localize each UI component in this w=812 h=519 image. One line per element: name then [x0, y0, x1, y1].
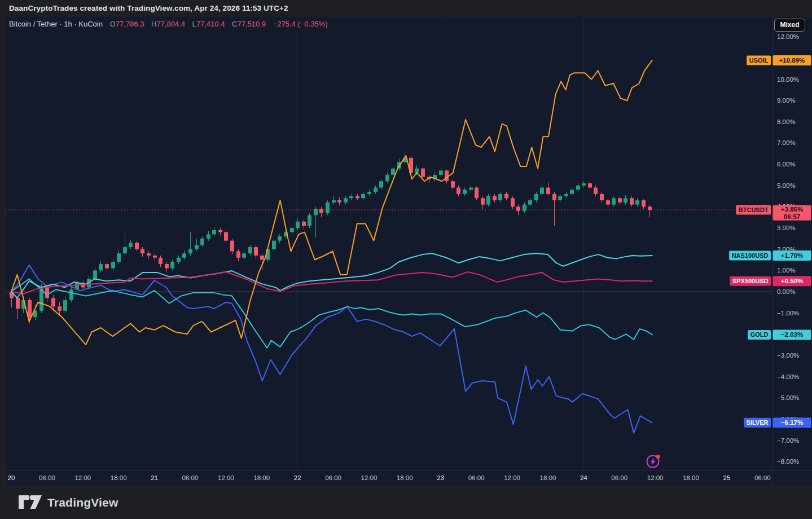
svg-text:+10.89%: +10.89% [779, 57, 805, 64]
svg-text:12:00: 12:00 [504, 474, 520, 481]
svg-text:−7.00%: −7.00% [777, 437, 799, 444]
scale-mode-mixed-button[interactable]: Mixed [774, 19, 805, 32]
svg-text:06:00: 06:00 [611, 474, 627, 481]
svg-text:21: 21 [151, 474, 158, 481]
svg-text:−2.03%: −2.03% [781, 331, 803, 338]
ticker-chip-label-btcusdt: BTCUSDT [739, 206, 769, 213]
lightning-ideas-button[interactable] [645, 452, 662, 469]
ohlc-low-label: L [192, 20, 196, 28]
svg-text:12.00%: 12.00% [777, 33, 799, 40]
svg-text:18:00: 18:00 [111, 474, 127, 481]
svg-text:−4.00%: −4.00% [777, 373, 799, 380]
ohlc-high-label: H [151, 20, 156, 28]
svg-text:0.00%: 0.00% [777, 288, 796, 295]
ticker-chip-label-nas100usd: NAS100USD [732, 252, 769, 259]
svg-text:23: 23 [437, 474, 444, 481]
ohlc-close-value: 77,510.9 [237, 20, 266, 28]
svg-text:12:00: 12:00 [647, 474, 664, 481]
svg-text:−3.00%: −3.00% [777, 352, 799, 359]
svg-text:24: 24 [580, 474, 587, 481]
svg-text:9.00%: 9.00% [777, 97, 796, 104]
watermark-text: DaanCryptoTrades created with TradingVie… [9, 4, 288, 12]
ticker-chip-label-spx500usd: SPX500USD [732, 278, 769, 284]
tradingview-logo-icon [18, 494, 42, 511]
ticker-chip-label-gold: GOLD [750, 331, 769, 338]
lightning-icon [645, 452, 662, 469]
price-chart-canvas[interactable]: 12.00%11.00%10.00%9.00%8.00%7.00%6.00%5.… [0, 0, 812, 519]
svg-text:10.00%: 10.00% [777, 76, 799, 83]
ohlc-open-value: 77,786.3 [116, 20, 144, 28]
svg-text:3.00%: 3.00% [777, 225, 796, 231]
svg-text:1.00%: 1.00% [777, 267, 796, 274]
svg-text:5.00%: 5.00% [777, 182, 796, 189]
ticker-chip-label-usoil: USOIL [749, 57, 769, 64]
tradingview-screenshot: 12.00%11.00%10.00%9.00%8.00%7.00%6.00%5.… [0, 0, 812, 519]
svg-text:22: 22 [294, 474, 301, 481]
svg-text:+3.85%: +3.85% [781, 206, 803, 213]
symbol-legend: Bitcoin / Tether · 1h · KuCoin O77,786.3… [9, 20, 328, 28]
svg-text:−6.17%: −6.17% [781, 419, 803, 426]
svg-text:−1.00%: −1.00% [777, 310, 799, 316]
tradingview-logo[interactable]: TradingView [18, 494, 118, 511]
ohlc-change-value: −275.4 (−0.35%) [273, 20, 328, 28]
svg-text:20: 20 [8, 474, 15, 481]
svg-text:−8.00%: −8.00% [777, 458, 799, 465]
svg-text:06:00: 06:00 [325, 474, 341, 481]
svg-text:7.00%: 7.00% [777, 139, 796, 146]
svg-text:12:00: 12:00 [361, 474, 378, 481]
svg-text:12:00: 12:00 [74, 474, 91, 481]
svg-text:25: 25 [723, 474, 731, 481]
ticker-chip-label-silver: SILVER [747, 419, 769, 426]
svg-text:+0.50%: +0.50% [781, 278, 803, 284]
svg-text:06:00: 06:00 [754, 474, 771, 481]
ohlc-low-value: 77,410.4 [196, 20, 225, 28]
svg-text:18:00: 18:00 [683, 474, 699, 481]
svg-text:−5.00%: −5.00% [777, 394, 799, 401]
svg-text:18:00: 18:00 [397, 474, 413, 481]
ohlc-open-label: O [110, 20, 116, 28]
svg-text:06:00: 06:00 [182, 474, 199, 481]
svg-text:12:00: 12:00 [218, 474, 234, 481]
ohlc-close-label: C [232, 20, 237, 28]
svg-text:18:00: 18:00 [253, 474, 270, 481]
svg-text:18:00: 18:00 [540, 474, 556, 481]
ohlc-high-value: 77,804.4 [156, 20, 185, 28]
svg-text:06:00: 06:00 [39, 474, 55, 481]
symbol-title[interactable]: Bitcoin / Tether · 1h · KuCoin [9, 20, 103, 28]
svg-text:06:00: 06:00 [468, 474, 485, 481]
tradingview-logo-text: TradingView [47, 496, 118, 509]
bar-countdown: 06:57 [784, 213, 800, 220]
svg-text:+1.70%: +1.70% [781, 252, 803, 259]
svg-text:8.00%: 8.00% [777, 118, 796, 125]
svg-text:6.00%: 6.00% [777, 161, 796, 168]
